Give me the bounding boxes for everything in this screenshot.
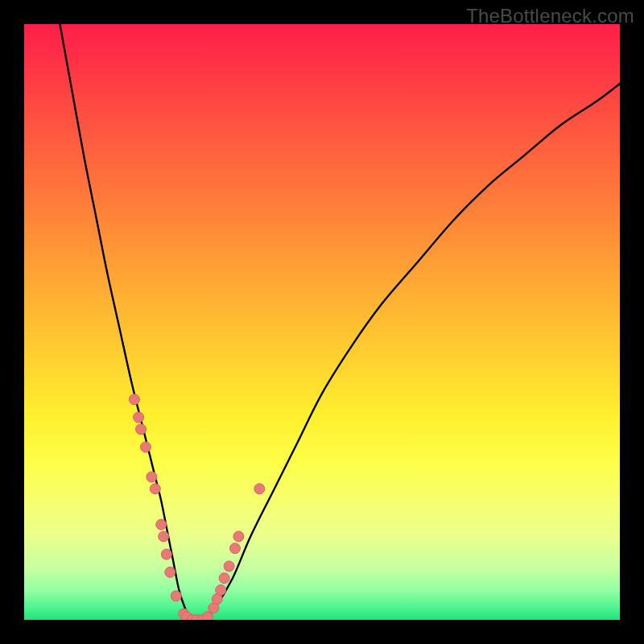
scatter-marker: [165, 567, 175, 577]
scatter-marker: [224, 561, 234, 572]
scatter-marker: [171, 591, 181, 601]
chart-frame: TheBottleneck.com: [0, 0, 644, 644]
chart-overlay: [24, 24, 620, 620]
scatter-marker: [156, 519, 167, 530]
scatter-marker: [216, 585, 226, 596]
scatter-marker: [159, 531, 169, 542]
scatter-marker: [254, 484, 265, 494]
scatter-marker: [134, 412, 144, 423]
scatter-marker: [140, 442, 151, 452]
watermark-text: TheBottleneck.com: [466, 5, 634, 27]
scatter-marker: [147, 472, 157, 482]
scatter-markers: [129, 394, 264, 620]
bottleneck-curve: [60, 24, 620, 620]
scatter-marker: [161, 549, 171, 559]
scatter-marker: [150, 484, 160, 494]
scatter-marker: [233, 531, 244, 542]
scatter-marker: [136, 424, 147, 435]
plot-area: [24, 24, 620, 620]
scatter-marker: [129, 394, 139, 405]
scatter-marker: [229, 543, 240, 554]
scatter-marker: [219, 573, 229, 584]
